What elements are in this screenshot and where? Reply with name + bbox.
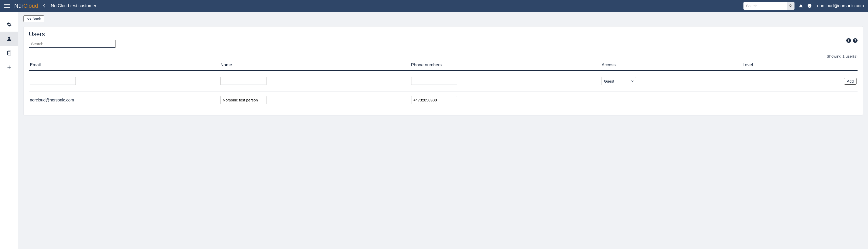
svg-rect-3 [8, 51, 10, 52]
hamburger-menu-icon[interactable] [4, 4, 10, 8]
new-name-input[interactable] [220, 77, 267, 85]
main-content: << Back Users i ? Showing 1 user(s) Emai… [19, 12, 868, 249]
info-icon[interactable]: i [846, 38, 851, 43]
user-icon [7, 36, 12, 41]
top-user-email[interactable]: norcloud@norsonic.com [817, 3, 864, 8]
customer-name: NorCloud test customer [51, 3, 96, 8]
new-email-input[interactable] [30, 77, 76, 85]
col-level: Level [741, 60, 808, 71]
svg-point-4 [8, 53, 8, 53]
sidebar-item-calculator[interactable] [0, 46, 18, 60]
plus-icon [7, 65, 12, 70]
search-icon [789, 4, 793, 8]
svg-point-9 [10, 54, 10, 54]
sidebar [0, 12, 19, 249]
users-filter-input[interactable] [29, 40, 116, 48]
svg-text:?: ? [809, 4, 810, 7]
back-button[interactable]: << Back [24, 15, 44, 22]
brand-logo[interactable]: NorCloud [14, 3, 38, 9]
row-phone-input[interactable] [411, 96, 457, 104]
users-count: Showing 1 user(s) [29, 54, 858, 58]
global-search [743, 2, 795, 10]
global-search-button[interactable] [787, 2, 795, 10]
col-phone: Phone numbers [410, 60, 601, 71]
new-phone-input[interactable] [411, 77, 457, 85]
gear-icon [7, 22, 12, 27]
new-access-select[interactable]: Guest [601, 77, 636, 85]
row-email: norcloud@norsonic.com [29, 92, 219, 109]
panel-title: Users [29, 31, 116, 38]
row-name-input[interactable] [220, 96, 267, 104]
sidebar-item-add[interactable] [0, 60, 18, 74]
col-access: Access [600, 60, 741, 71]
sidebar-item-users[interactable] [0, 32, 18, 46]
svg-point-5 [9, 53, 9, 53]
col-email: Email [29, 60, 219, 71]
sidebar-item-settings[interactable] [0, 17, 18, 32]
col-name: Name [219, 60, 410, 71]
svg-point-8 [9, 54, 9, 54]
new-user-row: Guest Add [29, 71, 858, 92]
table-row: norcloud@norsonic.com [29, 92, 858, 109]
users-panel: Users i ? Showing 1 user(s) Email Name P… [24, 26, 863, 115]
calculator-icon [7, 50, 12, 56]
alert-icon[interactable] [799, 4, 803, 8]
chevron-left-icon[interactable] [42, 4, 47, 8]
panel-help-icon[interactable]: ? [853, 38, 858, 43]
topbar: NorCloud NorCloud test customer ? norclo… [0, 0, 868, 12]
users-table: Email Name Phone numbers Access Level [29, 60, 858, 109]
svg-point-6 [10, 53, 10, 53]
global-search-input[interactable] [743, 2, 787, 10]
svg-point-7 [8, 54, 8, 54]
help-icon[interactable]: ? [807, 4, 812, 8]
add-user-button[interactable]: Add [844, 78, 857, 84]
